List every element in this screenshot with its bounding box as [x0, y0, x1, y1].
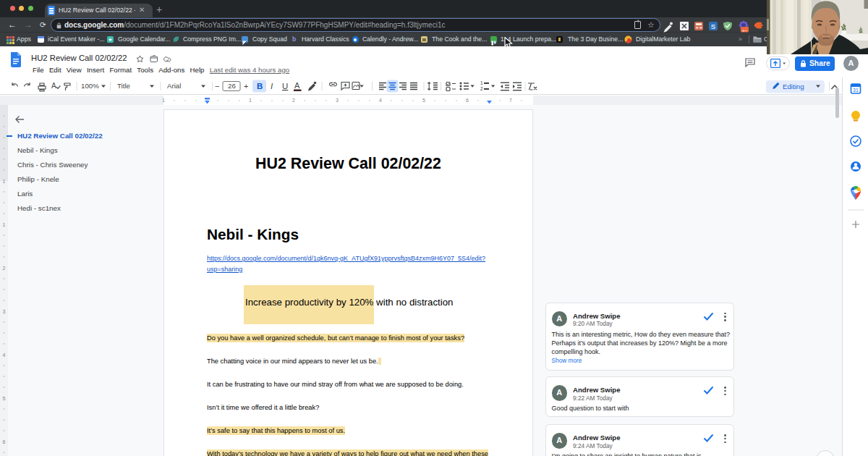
- svg-text:31: 31: [853, 88, 859, 93]
- svg-text:2: 2: [292, 98, 295, 103]
- svg-text:100%: 100%: [81, 82, 99, 90]
- svg-text:B: B: [257, 82, 263, 90]
- svg-text:Editing: Editing: [783, 83, 804, 90]
- svg-text:1: 1: [3, 222, 6, 227]
- svg-text:1: 1: [3, 179, 6, 184]
- svg-text:4: 4: [3, 352, 6, 358]
- svg-text:S: S: [711, 22, 715, 30]
- svg-text:A: A: [51, 82, 56, 90]
- svg-text:6: 6: [466, 98, 469, 103]
- svg-text:I: I: [271, 82, 273, 90]
- svg-text:3: 3: [3, 309, 6, 314]
- svg-text:Arial: Arial: [167, 82, 181, 90]
- svg-text:3: 3: [336, 98, 339, 103]
- svg-text:Title: Title: [117, 82, 130, 90]
- svg-text:−: −: [215, 82, 219, 90]
- svg-text:4: 4: [379, 98, 382, 103]
- svg-text:2: 2: [3, 266, 6, 271]
- svg-text:26: 26: [228, 82, 236, 90]
- svg-text:1: 1: [162, 98, 165, 103]
- svg-text:5: 5: [3, 396, 6, 401]
- svg-text:U: U: [282, 82, 288, 90]
- svg-text:+: +: [244, 82, 248, 90]
- svg-text:1: 1: [249, 98, 252, 103]
- svg-text:a+: a+: [742, 28, 747, 33]
- svg-text:A: A: [294, 81, 300, 90]
- svg-text:6: 6: [3, 439, 6, 444]
- svg-text:2: 2: [480, 86, 483, 91]
- svg-text:7: 7: [509, 98, 512, 103]
- svg-text:1: 1: [480, 80, 483, 85]
- svg-text:5: 5: [422, 98, 425, 103]
